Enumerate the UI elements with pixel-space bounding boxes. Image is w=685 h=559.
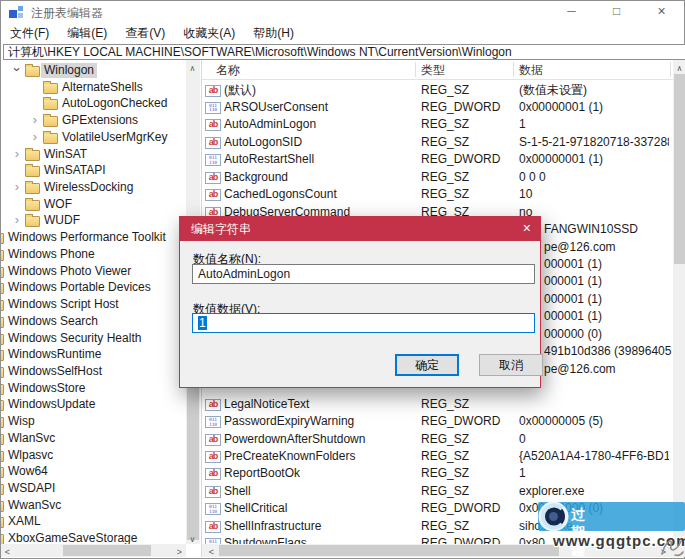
table-row-powerdownaftershutdown[interactable]: PowerdownAfterShutdownREG_SZ0 (202, 431, 673, 448)
chevron-right-icon[interactable] (11, 179, 23, 194)
tree-item-winlogon[interactable]: Winlogon (1, 62, 186, 79)
tree-item-alternateshells[interactable]: AlternateShells (1, 79, 186, 96)
value-type-cell: REG_DWORD (421, 413, 513, 430)
reg-dword-icon (205, 503, 221, 515)
tree-item-winsatapi[interactable]: WinSATAPI (1, 162, 186, 179)
tree-item-winsat[interactable]: WinSAT (1, 146, 186, 163)
menu-edit[interactable]: 编辑(E) (58, 25, 116, 42)
column-header-data[interactable]: 数据 (519, 62, 543, 79)
menu-file[interactable]: 文件(F) (1, 25, 58, 42)
table-row-shell[interactable]: ShellREG_SZexplorer.exe (202, 483, 673, 500)
column-divider[interactable] (513, 62, 514, 77)
tree-item-volatileusermgrkey[interactable]: VolatileUserMgrKey (1, 129, 186, 146)
table-row-arsouserconsent[interactable]: ARSOUserConsentREG_DWORD0x00000001 (1) (202, 99, 673, 116)
tree-item-windows-script-host[interactable]: Windows Script Host (1, 296, 186, 313)
menu-favorites[interactable]: 收藏夹(A) (174, 25, 244, 42)
scroll-left-icon[interactable] (1, 544, 14, 557)
tree-item-windows-performance-toolkit[interactable]: Windows Performance Toolkit (1, 229, 186, 246)
tree-item-autologonchecked[interactable]: AutoLogonChecked (1, 95, 186, 112)
tree-item-wlpasvc[interactable]: Wlpasvc (1, 447, 186, 464)
folder-icon (1, 384, 4, 395)
tree-item-wsdapi[interactable]: WSDAPI (1, 480, 186, 497)
table-row-cachedlogonscount[interactable]: CachedLogonsCountREG_SZ10 (202, 186, 673, 203)
dialog-close-icon[interactable]: × (523, 217, 531, 240)
reg-dword-icon (205, 154, 221, 166)
list-vscroll-thumb[interactable] (674, 74, 685, 264)
tree-item-windows-photo-viewer[interactable]: Windows Photo Viewer (1, 263, 186, 280)
tree-item-windows-portable-devices[interactable]: Windows Portable Devices (1, 279, 186, 296)
scroll-up-icon[interactable] (673, 60, 685, 73)
folder-icon (1, 417, 4, 428)
tree-item-xboxgamesavestorage[interactable]: XboxGameSaveStorage (1, 530, 186, 544)
cancel-button[interactable]: 取消 (479, 354, 543, 376)
tree-item-label: WwanSvc (5, 498, 64, 513)
table-row-item[interactable]: (默认)REG_SZ(数值未设置) (202, 82, 673, 99)
tree-item-xaml[interactable]: XAML (1, 513, 186, 530)
edit-string-dialog: 编辑字符串 × 数值名称(N): AutoAdminLogon 数值数据(V):… (179, 216, 541, 388)
tree-item-gpextensions[interactable]: GPExtensions (1, 112, 186, 129)
tree-item-windowsupdate[interactable]: WindowsUpdate (1, 396, 186, 413)
reg-sz-icon (205, 486, 221, 498)
tree-vscroll-thumb[interactable] (187, 380, 199, 540)
tree-item-wof[interactable]: WOF (1, 196, 186, 213)
maximize-icon[interactable]: □ (594, 1, 639, 23)
scroll-down-icon[interactable] (186, 531, 199, 544)
menu-help[interactable]: 帮助(H) (244, 25, 303, 42)
tree-item-windows-security-health[interactable]: Windows Security Health (1, 330, 186, 347)
value-data-field[interactable]: 1 (192, 313, 535, 333)
tree-item-label: WindowsSelfHost (5, 364, 105, 379)
chevron-down-icon[interactable] (10, 64, 25, 76)
tree-item-wirelessdocking[interactable]: WirelessDocking (1, 179, 186, 196)
ok-button[interactable]: 确定 (395, 354, 459, 376)
column-header-name[interactable]: 名称 (216, 62, 240, 79)
folder-icon (1, 467, 4, 478)
table-row-autoadminlogon[interactable]: AutoAdminLogonREG_SZ1 (202, 116, 673, 133)
menu-view[interactable]: 查看(V) (116, 25, 174, 42)
tree-item-wwansvc[interactable]: WwanSvc (1, 497, 186, 514)
table-row-precreateknownfolders[interactable]: PreCreateKnownFoldersREG_SZ{A520A1A4-178… (202, 448, 673, 465)
value-type-cell: REG_SZ (421, 82, 513, 99)
tree-hscrollbar[interactable] (1, 544, 186, 557)
list-hscroll-thumb[interactable] (219, 545, 559, 556)
folder-icon (1, 317, 4, 328)
list-vscrollbar[interactable] (673, 60, 685, 544)
table-row-legalnoticetext[interactable]: LegalNoticeTextREG_SZ (202, 396, 673, 413)
table-row-background[interactable]: BackgroundREG_SZ0 0 0 (202, 169, 673, 186)
tree-item-windows-search[interactable]: Windows Search (1, 313, 186, 330)
address-bar[interactable]: 计算机\HKEY LOCAL MACHINE\SOFTWARE\Microsof… (3, 44, 685, 60)
tree-item-wisp[interactable]: Wisp (1, 413, 186, 430)
value-type-cell: REG_SZ (421, 518, 513, 535)
tree-item-label: Windows Security Health (5, 331, 144, 346)
value-data-fragment: 000000 (0) (544, 326, 672, 343)
minimize-icon[interactable]: ─ (549, 1, 594, 23)
tree-item-wow64[interactable]: Wow64 (1, 463, 186, 480)
close-icon[interactable]: × (639, 1, 684, 23)
chevron-right-icon[interactable] (29, 112, 41, 127)
folder-icon (1, 334, 4, 345)
value-name-cell: Background (224, 169, 414, 186)
chevron-right-icon[interactable] (11, 146, 23, 161)
table-row-passwordexpirywarning[interactable]: PasswordExpiryWarningREG_DWORD0x00000005… (202, 413, 673, 430)
scroll-left-icon[interactable] (205, 544, 218, 557)
scroll-up-icon[interactable] (186, 60, 199, 73)
column-divider[interactable] (415, 62, 416, 77)
value-name-field[interactable]: AutoAdminLogon (192, 264, 535, 284)
tree-item-wudf[interactable]: WUDF (1, 212, 186, 229)
table-row-autologonsid[interactable]: AutoLogonSIDREG_SZS-1-5-21-971820718-337… (202, 134, 673, 151)
scroll-right-icon[interactable] (173, 544, 186, 557)
column-header-type[interactable]: 类型 (421, 62, 445, 79)
tree-item-windowsruntime[interactable]: WindowsRuntime (1, 346, 186, 363)
tree-hscroll-thumb[interactable] (63, 545, 151, 556)
menu-bar: 文件(F)编辑(E)查看(V)收藏夹(A)帮助(H) (1, 23, 684, 43)
tree-item-windows-phone[interactable]: Windows Phone (1, 246, 186, 263)
table-row-reportbootok[interactable]: ReportBootOkREG_SZ1 (202, 465, 673, 482)
tree-item-windowsselfhost[interactable]: WindowsSelfHost (1, 363, 186, 380)
column-divider[interactable] (670, 62, 671, 77)
tree-item-windowsstore[interactable]: WindowsStore (1, 380, 186, 397)
chevron-right-icon[interactable] (29, 129, 41, 144)
tree-item-label: GPExtensions (59, 113, 141, 128)
table-row-autorestartshell[interactable]: AutoRestartShellREG_DWORD0x00000001 (1) (202, 151, 673, 168)
tree-item-label: Windows Search (5, 314, 101, 329)
tree-item-wlansvc[interactable]: WlanSvc (1, 430, 186, 447)
chevron-right-icon[interactable] (11, 212, 23, 227)
